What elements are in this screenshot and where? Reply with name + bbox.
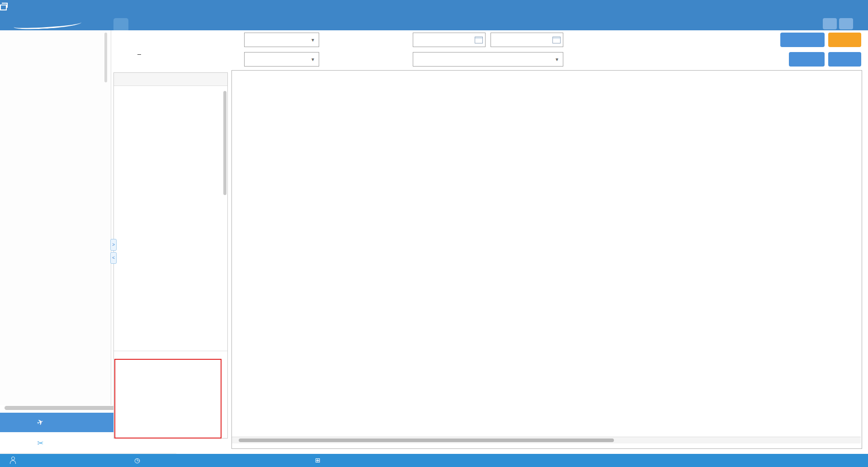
tree-body: [114, 86, 227, 339]
panel-hscroll-track: [232, 437, 861, 443]
scissors-icon: ✂: [37, 438, 43, 448]
calendar-icon[interactable]: [552, 37, 561, 43]
save-button[interactable]: [789, 52, 825, 67]
collapse-right-button[interactable]: >: [110, 239, 117, 251]
sidebar-vertical-scrollbar[interactable]: [104, 33, 107, 82]
n1-select[interactable]: ▼: [244, 33, 319, 47]
status-user: [10, 457, 19, 463]
status-duration: ◷: [134, 457, 143, 464]
formula-fraction: [137, 45, 141, 54]
clock-icon: ◷: [134, 457, 140, 464]
chevron-down-icon: ▼: [311, 38, 315, 43]
formula-n1: [137, 45, 141, 55]
network-icon: ⊞: [315, 457, 321, 464]
time-dim-select[interactable]: ▼: [413, 52, 563, 67]
formula: [130, 35, 225, 64]
panel-horizontal-scrollbar[interactable]: [239, 438, 614, 442]
save-history-box: [114, 359, 222, 438]
classify-options-button[interactable]: [780, 33, 825, 47]
refresh-button[interactable]: [828, 33, 861, 47]
tab-grid-button[interactable]: [839, 18, 853, 29]
report-panel: [231, 70, 862, 449]
sidebar-menu: [0, 30, 111, 405]
app-window: ✈ ✂ ◷ ⊞ ▼ ▼ ▼: [0, 0, 868, 467]
tree-vertical-scrollbar[interactable]: [223, 91, 226, 195]
tree-header: [114, 73, 227, 86]
title-bar: [0, 0, 868, 17]
date-to-input[interactable]: [491, 33, 563, 47]
user-icon: [10, 457, 16, 463]
tab-collapse-button[interactable]: [823, 18, 837, 29]
collapse-left-button[interactable]: <: [110, 252, 117, 264]
status-bar: ◷ ⊞: [0, 454, 868, 467]
restore-button[interactable]: [0, 5, 7, 10]
chevron-down-icon: ▼: [555, 57, 559, 62]
status-net-mode: ⊞: [315, 457, 324, 464]
tab-home[interactable]: [113, 18, 128, 30]
date-from-input[interactable]: [413, 33, 486, 47]
panel-collapse-handles: > <: [110, 239, 117, 262]
tab-strip: [111, 17, 868, 30]
export-button[interactable]: [828, 52, 861, 67]
paper-plane-icon: ✈: [36, 417, 45, 428]
chevron-down-icon: ▼: [311, 57, 315, 62]
n2-select[interactable]: ▼: [244, 52, 319, 67]
rate-line-chart: [232, 71, 861, 196]
calendar-icon[interactable]: [475, 37, 483, 43]
